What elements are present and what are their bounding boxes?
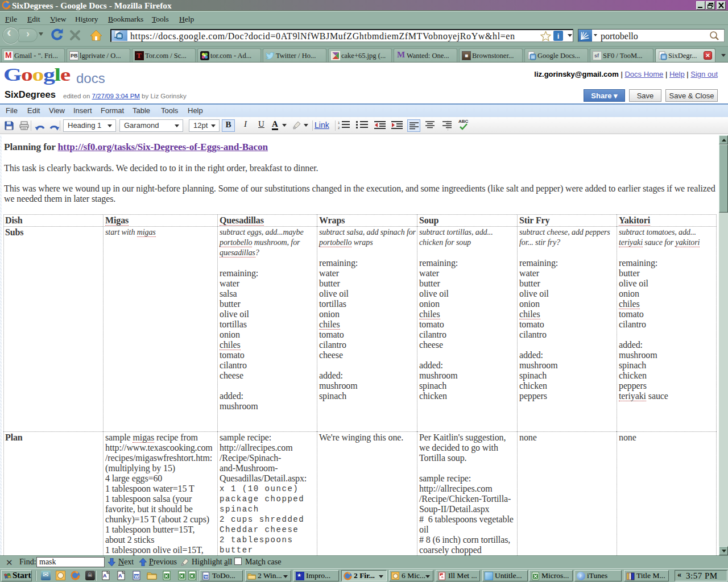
svg-text:A: A xyxy=(441,575,444,579)
svg-text:W: W xyxy=(135,574,139,579)
svg-text:W: W xyxy=(204,575,208,579)
svg-text:A: A xyxy=(103,573,107,579)
svg-text:2: 2 xyxy=(338,126,340,130)
svg-text:A: A xyxy=(118,573,122,579)
svg-text:1: 1 xyxy=(338,121,340,124)
